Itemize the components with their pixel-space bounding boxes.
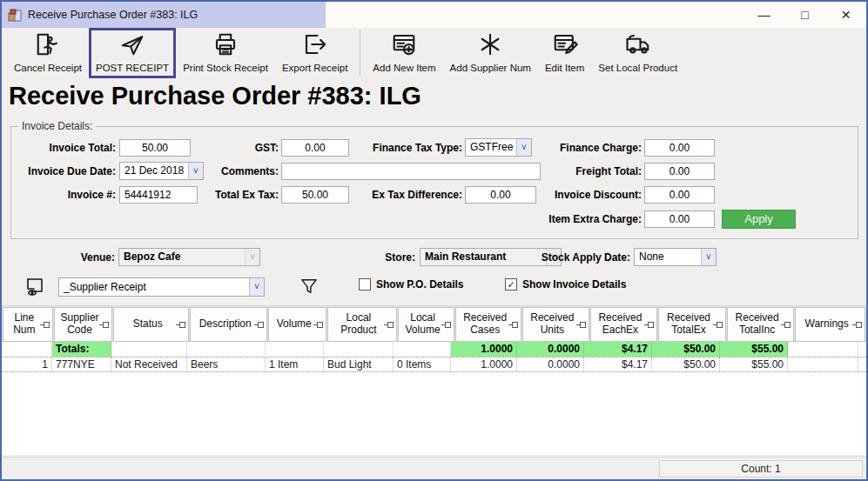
cell-received-totalex[interactable]: $50.00: [652, 357, 720, 371]
line-items-grid: Line NumSupplier CodeStatusDescriptionVo…: [2, 305, 866, 455]
grid-header-row: Line NumSupplier CodeStatusDescriptionVo…: [2, 306, 866, 342]
freight-total-field[interactable]: 0.00: [644, 163, 715, 180]
invoice-number-field[interactable]: 54441912: [119, 186, 198, 204]
filter-funnel-icon[interactable]: [299, 277, 319, 299]
toolbar-button-label: Add New Item: [373, 63, 435, 73]
chevron-down-icon: ˅: [245, 249, 259, 265]
column-header-description[interactable]: Description: [190, 307, 268, 342]
gst-field[interactable]: 0.00: [281, 139, 349, 157]
venue-select[interactable]: Bepoz Cafe ˅: [118, 248, 260, 266]
cell-volume[interactable]: 1 Item: [266, 357, 324, 371]
cell-received-cases[interactable]: 1.0000: [451, 357, 517, 371]
page-title: Receive Purchase Order #383: ILG: [2, 78, 866, 116]
column-header-label: Warnings: [805, 318, 849, 331]
totals-cell-received-eachex: $4.17: [584, 342, 652, 357]
column-header-received-units[interactable]: Received Units: [522, 307, 589, 342]
column-pin-icon[interactable]: [387, 322, 394, 328]
cell-received-units[interactable]: 0.0000: [517, 357, 584, 371]
column-header-received-totalex[interactable]: Received TotalEx: [658, 307, 726, 342]
cell-warnings[interactable]: [788, 357, 858, 371]
invoice-details-group: Invoice Details: Invoice Total: 50.00 GS…: [10, 126, 858, 239]
column-header-line-num[interactable]: Line Num: [3, 307, 53, 342]
groupbox-legend: Invoice Details:: [18, 120, 96, 132]
document-plus-icon: [391, 31, 417, 61]
invoice-due-date-select[interactable]: 21 Dec 2018 ˅: [119, 162, 204, 180]
post-receipt-button[interactable]: POST RECEIPT: [89, 28, 176, 78]
column-header-status[interactable]: Status: [113, 307, 189, 342]
maximize-button[interactable]: □: [784, 2, 825, 28]
cell-status[interactable]: Not Received: [111, 357, 187, 371]
column-pin-icon[interactable]: [784, 322, 791, 328]
invoice-total-field[interactable]: 50.00: [119, 139, 191, 157]
print-stock-receipt-button[interactable]: Print Stock Receipt: [176, 28, 275, 78]
chevron-down-icon: ˅: [249, 278, 264, 296]
column-header-received-eachex[interactable]: Received EachEx: [590, 307, 658, 342]
column-pin-icon[interactable]: [580, 322, 586, 328]
cell-local-product[interactable]: Bud Light: [324, 357, 394, 371]
column-pin-icon[interactable]: [717, 322, 723, 328]
column-pin-icon[interactable]: [44, 322, 50, 328]
title-bar: Receive Purchase Order #383: ILG — □ ✕: [2, 2, 866, 28]
column-header-local-product[interactable]: Local Product: [327, 307, 397, 342]
set-local-product-button[interactable]: Set Local Product: [591, 28, 684, 78]
add-new-item-button[interactable]: Add New Item: [366, 28, 442, 78]
totals-cell-received-totalinc: $55.00: [720, 342, 788, 357]
apply-button[interactable]: Apply: [722, 210, 796, 229]
column-pin-icon[interactable]: [445, 322, 451, 328]
column-pin-icon[interactable]: [856, 322, 862, 328]
invoice-discount-label: Invoice Discount:: [534, 186, 642, 204]
column-header-warnings[interactable]: Warnings: [795, 307, 865, 342]
column-header-received-totalinc[interactable]: Received TotalInc: [727, 307, 795, 342]
total-ex-tax-field[interactable]: 50.00: [281, 186, 349, 204]
column-pin-icon[interactable]: [648, 322, 654, 328]
cell-local-volume[interactable]: 0 Items: [394, 357, 451, 371]
cell-received-totalinc[interactable]: $55.00: [720, 357, 788, 371]
totals-cell-supplier-code: Totals:: [52, 342, 111, 357]
column-header-local-volume[interactable]: Local Volume: [398, 307, 455, 342]
cell-received-eachex[interactable]: $4.17: [584, 357, 652, 371]
column-header-label: Local Product: [330, 312, 387, 337]
asterisk-icon: [477, 31, 503, 61]
totals-cell-local-volume: [394, 342, 451, 357]
finance-tax-type-select[interactable]: GSTFree ˅: [465, 138, 532, 157]
cell-description[interactable]: Beers: [187, 357, 266, 371]
toolbar-button-label: Print Stock Receipt: [183, 63, 268, 73]
table-row[interactable]: 1777NYENot ReceivedBeers1 ItemBud Light0…: [2, 357, 866, 372]
finance-charge-field[interactable]: 0.00: [644, 139, 715, 157]
column-header-volume[interactable]: Volume: [268, 307, 326, 342]
column-header-received-cases[interactable]: Received Cases: [455, 307, 521, 342]
exit-door-icon: [35, 31, 61, 61]
cell-supplier-code[interactable]: 777NYE: [52, 357, 111, 371]
receipt-type-select[interactable]: _Supplier Receipt ˅: [58, 277, 265, 297]
add-supplier-num-button[interactable]: Add Supplier Num: [443, 28, 538, 78]
cancel-receipt-button[interactable]: Cancel Receipt: [7, 28, 89, 78]
show-invoice-details-checkbox[interactable]: ✓ Show Invoice Details: [505, 278, 626, 291]
item-extra-charge-field[interactable]: 0.00: [644, 210, 715, 228]
minimize-button[interactable]: —: [744, 2, 784, 28]
invoice-discount-field[interactable]: 0.00: [644, 186, 715, 204]
column-pin-icon[interactable]: [258, 322, 264, 328]
cell-line-num[interactable]: 1: [2, 357, 52, 371]
store-label: Store:: [333, 249, 415, 266]
stock-apply-date-select[interactable]: None ˅: [634, 248, 717, 266]
toolbar: Cancel Receipt POST RECEIPT Print Stock …: [2, 28, 866, 78]
edit-item-button[interactable]: Edit Item: [538, 28, 591, 78]
show-po-details-checkbox[interactable]: Show P.O. Details: [359, 278, 463, 291]
column-pin-icon[interactable]: [179, 322, 185, 328]
invoice-total-label: Invoice Total:: [11, 139, 116, 157]
window-controls: — □ ✕: [744, 2, 866, 28]
preview-monitor-icon[interactable]: [24, 277, 45, 301]
comments-field[interactable]: [281, 163, 541, 180]
column-header-label: Received TotalEx: [661, 312, 717, 337]
grid-body: 1777NYENot ReceivedBeers1 ItemBud Light0…: [2, 357, 866, 372]
app-window: Receive Purchase Order #383: ILG — □ ✕ C…: [0, 0, 868, 481]
toolbar-button-label: Cancel Receipt: [14, 63, 82, 73]
export-receipt-button[interactable]: Export Receipt: [275, 28, 354, 78]
column-pin-icon[interactable]: [512, 322, 518, 328]
column-header-supplier-code[interactable]: Supplier Code: [54, 307, 113, 342]
toolbar-button-label: Add Supplier Num: [450, 63, 531, 73]
ex-tax-difference-field[interactable]: 0.00: [465, 186, 536, 204]
close-button[interactable]: ✕: [825, 2, 866, 28]
column-pin-icon[interactable]: [103, 322, 109, 328]
column-pin-icon[interactable]: [317, 322, 323, 328]
